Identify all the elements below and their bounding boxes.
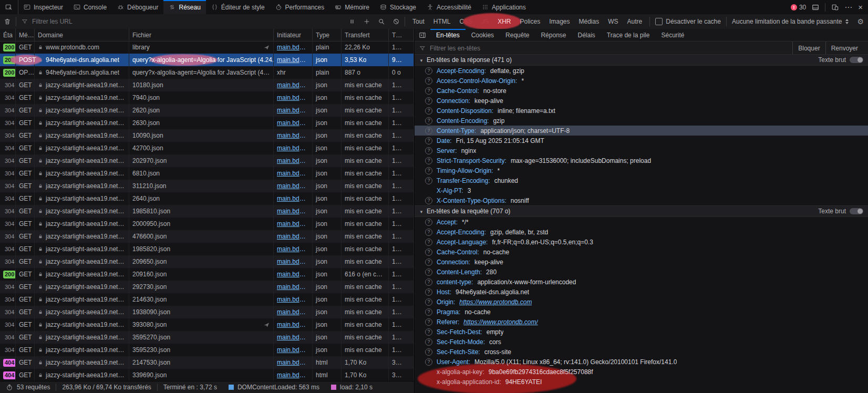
question-icon[interactable] — [425, 137, 432, 144]
request-row[interactable]: 304 GET jazzy-starlight-aeea19.netli… 26… — [0, 117, 414, 129]
question-icon[interactable] — [425, 328, 432, 336]
request-row[interactable]: 304 GET jazzy-starlight-aeea19.netli… 42… — [0, 142, 414, 154]
initiator-link[interactable]: main.bd4b6d75.j… — [277, 144, 309, 152]
initiator-link[interactable]: main.bd4b6d75.j… — [277, 233, 309, 240]
initiator-link[interactable]: xhr — [277, 69, 286, 76]
question-icon[interactable] — [425, 338, 432, 346]
type-filter-button[interactable]: Autre — [623, 17, 647, 26]
responsive-design-icon[interactable] — [831, 4, 839, 11]
initiator-link[interactable]: main.bd4b6d75.j… — [277, 308, 309, 316]
initiator-link[interactable]: main.bd4b6d75.j… — [277, 208, 309, 215]
question-icon[interactable] — [425, 358, 432, 366]
header-row[interactable]: x-algolia-api-key 9ba0e69fb2974316cdaec8… — [415, 367, 868, 377]
tool-tab[interactable]: Accessibilité — [421, 0, 477, 14]
request-row[interactable]: 304 GET jazzy-starlight-aeea19.netli… 79… — [0, 91, 414, 104]
request-row[interactable]: 304 GET jazzy-starlight-aeea19.netli… 26… — [0, 192, 414, 205]
close-icon[interactable]: × — [858, 3, 863, 11]
header-row[interactable]: Content-Length 280 — [415, 267, 868, 277]
header-row[interactable]: Sec-Fetch-Mode cors — [415, 337, 868, 347]
column-header[interactable]: Transfert — [342, 29, 389, 41]
request-row[interactable]: 304 GET jazzy-starlight-aeea19.netli… 21… — [0, 293, 414, 306]
network-settings-gear-icon[interactable]: ⚙ — [853, 17, 868, 26]
initiator-link[interactable]: main.bd4b6d75.j… — [277, 321, 309, 328]
header-row[interactable]: X-Alg-PT 3 — [415, 185, 868, 195]
column-header[interactable]: T… — [389, 29, 414, 41]
header-row[interactable]: Date Fri, 15 Aug 2025 21:05:14 GMT — [415, 136, 868, 146]
initiator-link[interactable]: main.bd4b6d75.j… — [277, 283, 309, 291]
new-request-button[interactable] — [359, 14, 374, 29]
header-row[interactable]: Pragma no-cache — [415, 307, 868, 317]
type-filter-button[interactable]: Tout — [408, 17, 429, 26]
initiator-link[interactable]: main.bd4b6d75.j… — [277, 245, 309, 253]
stopwatch-icon[interactable] — [6, 384, 13, 391]
question-icon[interactable] — [425, 117, 432, 125]
response-headers-section-header[interactable]: En-têtes de la réponse (471 o) Texte bru… — [415, 54, 868, 66]
tool-tab[interactable]: Console — [68, 0, 112, 14]
request-row[interactable]: 304 GET jazzy-starlight-aeea19.netli… 20… — [0, 218, 414, 230]
request-row[interactable]: 304 GET jazzy-starlight-aeea19.netli… 31… — [0, 180, 414, 192]
header-row[interactable]: Access-Control-Allow-Origin * — [415, 76, 868, 86]
request-row[interactable]: 304 GET jazzy-starlight-aeea19.netli… 19… — [0, 243, 414, 255]
column-header[interactable]: Type — [313, 29, 342, 41]
tool-tab[interactable]: Mémoire — [329, 0, 375, 14]
pause-recording-button[interactable] — [345, 14, 359, 29]
initiator-link[interactable]: main.bd4b6d75.j… — [277, 119, 309, 127]
raw-toggle-switch[interactable] — [850, 208, 863, 214]
request-headers-section-header[interactable]: En-têtes de la requête (707 o) Texte bru… — [415, 205, 868, 217]
question-icon[interactable] — [425, 308, 432, 316]
question-icon[interactable] — [425, 167, 432, 174]
request-row[interactable]: 304 GET jazzy-starlight-aeea19.netli… 68… — [0, 167, 414, 180]
header-row[interactable]: Connection keep-alive — [415, 257, 868, 267]
request-row[interactable]: 200 GET www.protondb.com library main. — [0, 41, 414, 54]
header-row[interactable]: Strict-Transport-Security max-age=315360… — [415, 156, 868, 166]
header-row[interactable]: Content-Encoding gzip — [415, 116, 868, 126]
header-row[interactable]: Connection keep-alive — [415, 96, 868, 106]
details-tab[interactable]: Délais — [572, 29, 601, 41]
request-row[interactable]: 200 OP… 94he6yatei-dsn.algolia.net query… — [0, 66, 414, 79]
request-row[interactable]: 404 GET jazzy-starlight-aeea19.netli… 21… — [0, 356, 414, 369]
request-row[interactable]: 304 GET jazzy-starlight-aeea19.netli… 10… — [0, 79, 414, 91]
question-icon[interactable] — [425, 77, 432, 85]
header-row[interactable]: x-algolia-application-id 94HE6YATEI — [415, 377, 868, 387]
details-tab[interactable]: Cookies — [466, 29, 500, 41]
question-icon[interactable] — [425, 177, 432, 184]
initiator-link[interactable]: main.bd4b6d75.j… — [277, 44, 309, 51]
question-icon[interactable] — [425, 249, 432, 256]
header-row[interactable]: Transfer-Encoding chunked — [415, 175, 868, 185]
initiator-link[interactable]: main.bd4b6d75.j… — [277, 107, 309, 114]
request-row[interactable]: 404 GET jazzy-starlight-aeea19.netli… 33… — [0, 369, 414, 381]
question-icon[interactable] — [425, 268, 432, 276]
request-row[interactable]: 200 POST 94he6yatei-dsn.algolia.net quer… — [0, 54, 414, 66]
question-icon[interactable] — [425, 219, 432, 226]
tool-tab[interactable]: Débogueur — [112, 0, 163, 14]
header-row[interactable]: Host 94he6yatei-dsn.algolia.net — [415, 287, 868, 297]
request-row[interactable]: 304 GET jazzy-starlight-aeea19.netli… 35… — [0, 344, 414, 356]
split-console-icon[interactable] — [812, 4, 819, 11]
question-icon[interactable] — [425, 157, 432, 164]
type-filter-button[interactable]: Images — [545, 17, 574, 26]
details-tab[interactable]: En-têtes — [430, 29, 466, 41]
type-filter-button[interactable]: XHR — [493, 17, 515, 26]
details-tab[interactable]: Requête — [500, 29, 535, 41]
question-icon[interactable] — [425, 278, 432, 286]
header-row[interactable]: Cache-Control no-store — [415, 86, 868, 96]
header-row[interactable]: Accept-Language fr,fr-FR;q=0.8,en-US;q=0… — [415, 237, 868, 247]
header-row[interactable]: Accept */* — [415, 217, 868, 227]
initiator-link[interactable]: main.bd4b6d75.j… — [277, 132, 309, 139]
header-row[interactable]: Content-Disposition inline; filename=a.t… — [415, 106, 868, 116]
initiator-link[interactable]: main.bd4b6d75.j… — [277, 334, 309, 341]
initiator-link[interactable]: main.bd4b6d75.j… — [277, 346, 309, 354]
disable-cache-option[interactable]: Désactiver le cache — [651, 18, 725, 25]
tool-tab[interactable]: Inspecteur — [18, 0, 68, 14]
url-filter-input[interactable] — [31, 17, 340, 26]
error-count-badge[interactable]: 30 — [791, 4, 806, 11]
question-icon[interactable] — [425, 107, 432, 115]
header-row[interactable]: Referer https://www.protondb.com/ — [415, 317, 868, 327]
disable-cache-checkbox[interactable] — [655, 18, 663, 25]
initiator-link[interactable]: main.bd4b6d75.j… — [277, 94, 309, 101]
request-row[interactable]: 304 GET jazzy-starlight-aeea19.netli… 35… — [0, 331, 414, 344]
initiator-link[interactable]: main.bd4b6d75.j… — [277, 81, 309, 89]
request-row[interactable]: 304 GET jazzy-starlight-aeea19.netli… 26… — [0, 104, 414, 117]
raw-toggle-switch[interactable] — [850, 57, 863, 63]
initiator-link[interactable]: main.bd4b6d75.j… — [277, 195, 309, 202]
